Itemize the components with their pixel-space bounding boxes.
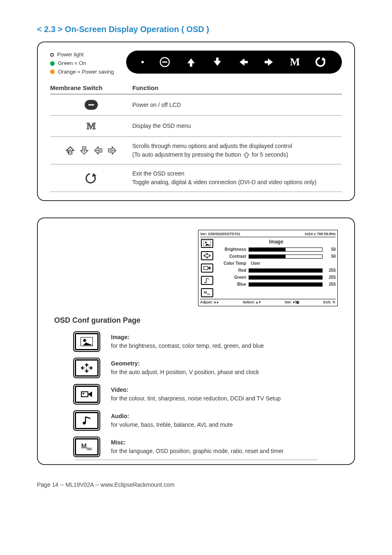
left-arrow-icon (238, 57, 249, 67)
conf-row-misc: Misc Misc: for the language, OSD positio… (50, 438, 342, 456)
conf-image-title: Image: (111, 334, 129, 340)
svg-rect-17 (81, 392, 88, 397)
up-arrow-inline-icon (243, 151, 250, 159)
header-membrane-switch: Membrane Switch (50, 84, 132, 91)
conf-geometry-title: Geometry: (111, 360, 140, 367)
exit-icon (315, 56, 327, 68)
conf-image-desc: for the brightness, contrast, color temp… (111, 342, 264, 349)
up-arrow-outline-icon (65, 145, 76, 156)
osd-tab-geometry-icon (201, 251, 213, 260)
param-colortemp-label: Color Temp (217, 261, 246, 266)
conf-misc-title: Misc: (111, 439, 126, 446)
up-arrow-icon (186, 57, 196, 67)
param-green-val: 255 (325, 275, 336, 280)
osd-version: Ver: G56SN20SSTD701 (200, 232, 240, 236)
osd-config-panel: Ver: G56SN20SSTD701 1024 x 768 59.8Hz Mi… (37, 217, 355, 465)
page-footer: Page 14 -- ML19V02A -- www.EclipseRackmo… (37, 481, 355, 488)
legend-power-light: Power light (57, 51, 83, 59)
power-icon (159, 56, 171, 68)
conf-misc-icon: Misc (75, 438, 99, 456)
conf-audio-desc: for volume, bass, treble, balance, AVL a… (111, 421, 233, 428)
table-row: Exit the OSD screen Toggle analog, digit… (50, 164, 342, 192)
dot-open-icon (50, 53, 54, 57)
conf-geometry-desc: for the auto adjust, H position, V posit… (111, 369, 259, 375)
fn-arrows-line1: Scrolls through menu options and adjusts… (132, 142, 342, 150)
fn-arrows-line2a: (To auto adjustment by pressing the butt… (132, 150, 241, 159)
conf-audio-title: Audio: (111, 413, 129, 419)
table-row: Power on / off LCD (50, 95, 342, 116)
left-arrow-outline-icon (93, 145, 104, 156)
param-brightness-val: 50 (325, 247, 336, 252)
osd-tab-audio-icon (201, 276, 213, 285)
param-colortemp-val: User (249, 261, 323, 266)
svg-point-13 (205, 242, 207, 243)
osd-footer-exit: Exit: ↻ (323, 300, 336, 304)
svg-rect-18 (83, 393, 84, 394)
param-contrast-label: Contrast (217, 254, 246, 259)
svg-point-19 (83, 422, 86, 425)
legend-orange: Orange = Power saving (58, 68, 114, 76)
osd-footer-adjust: Adjust: ◂ ▸ (200, 300, 219, 304)
osd-footer-select: Select: ▴ ▾ (243, 300, 261, 304)
legend-green: Green = On (58, 59, 86, 68)
osd-resolution: 1024 x 768 59.8Hz (304, 232, 336, 236)
header-function: Function (132, 84, 342, 91)
conf-row-video: Video: for the colour, tint, sharpness, … (50, 386, 342, 403)
menu-m-outline-icon: M (87, 120, 96, 132)
exit-outline-icon (85, 172, 97, 184)
fn-exit-line1: Exit the OSD screen (132, 169, 342, 178)
fn-power: Power on / off LCD (132, 101, 342, 109)
param-brightness-label: Brightness (217, 247, 246, 252)
param-green-label: Green (217, 275, 246, 280)
conf-title: OSD Conf guration Page (54, 316, 342, 325)
conf-row-geometry: Geometry: for the auto adjust, H positio… (50, 359, 342, 377)
svg-point-16 (83, 339, 86, 342)
osd-heading: Image (217, 239, 336, 245)
fn-arrows-line2b: for 5 seconds) (252, 150, 288, 159)
conf-row-audio: Audio: for volume, bass, treble, balance… (50, 412, 342, 429)
down-arrow-icon (212, 57, 223, 67)
table-row: M Display the OSD menu (50, 116, 342, 137)
conf-video-icon (75, 386, 99, 403)
param-blue-label: Blue (217, 282, 246, 287)
osd-tab-image-icon (201, 239, 213, 248)
fn-exit-line2: Toggle analog, digital & video connectio… (132, 178, 342, 187)
svg-rect-14 (204, 266, 208, 270)
conf-video-desc: for the colour, tint, sharpness, noise r… (111, 395, 281, 402)
membrane-switch-panel: Power light Green = On Orange = Power sa… (37, 42, 355, 201)
osd-tab-video-icon (201, 264, 213, 273)
param-blue-val: 255 (325, 282, 336, 287)
osd-footer-set: Set: ●/▣ (285, 300, 300, 304)
down-arrow-outline-icon (79, 145, 90, 156)
section-heading: < 2.3 > On-Screen Display Operation ( OS… (37, 25, 355, 34)
param-contrast-val: 50 (325, 254, 336, 259)
param-red-label: Red (217, 268, 246, 273)
conf-video-title: Video: (111, 386, 129, 393)
right-arrow-icon (264, 57, 274, 67)
osd-window-graphic: Ver: G56SN20SSTD701 1024 x 768 59.8Hz Mi… (198, 230, 338, 306)
conf-row-image: Image: for the brightness, contrast, col… (50, 333, 342, 350)
fn-menu: Display the OSD menu (132, 122, 342, 130)
table-row: Scrolls through menu options and adjusts… (50, 137, 342, 164)
conf-misc-desc: for the language, OSD position, graphic … (111, 448, 284, 454)
power-button-icon (84, 99, 98, 110)
osd-tab-misc-icon: Misc (201, 288, 213, 297)
menu-m-icon: M (290, 56, 300, 68)
switch-bar-graphic: M (126, 51, 342, 74)
conf-geometry-icon (75, 359, 99, 377)
conf-audio-icon (75, 412, 99, 429)
dot-orange-icon (50, 69, 55, 74)
dot-green-icon (50, 61, 55, 66)
right-arrow-outline-icon (107, 145, 118, 156)
param-red-val: 255 (325, 268, 336, 273)
conf-image-icon (75, 333, 99, 350)
